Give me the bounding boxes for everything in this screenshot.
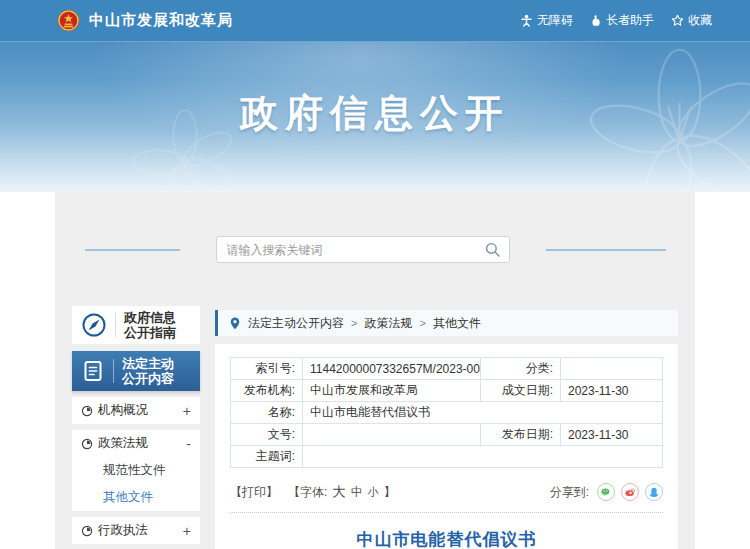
breadcrumb-item[interactable]: 法定主动公开内容 bbox=[248, 315, 344, 332]
expand-toggle[interactable]: + bbox=[183, 404, 191, 418]
font-size-control: 【字体: 大 中 小 】 bbox=[288, 483, 396, 501]
menu-subitem-normative-documents[interactable]: 规范性文件 bbox=[72, 457, 200, 484]
divider bbox=[115, 313, 116, 337]
font-size-medium-button[interactable]: 中 bbox=[351, 484, 363, 501]
sidebar-item-guide[interactable]: 政府信息 公开指南 bbox=[72, 306, 200, 344]
document-detail-card: 索引号: 11442000007332657M/2023-00662 分类: 发… bbox=[215, 344, 678, 549]
publisher-value: 中山市发展和改革局 bbox=[303, 380, 481, 402]
write-date-label: 成文日期: bbox=[481, 380, 561, 402]
name-label: 名称: bbox=[231, 402, 303, 424]
article-title: 中山市电能替代倡议书 bbox=[230, 528, 663, 549]
elder-hand-icon bbox=[590, 14, 602, 27]
write-date-value: 2023-11-30 bbox=[561, 380, 663, 402]
font-label: 【字体: bbox=[288, 484, 327, 501]
category-value bbox=[561, 358, 663, 380]
index-value: 11442000007332657M/2023-00662 bbox=[303, 358, 481, 380]
font-label-close: 】 bbox=[384, 484, 396, 501]
active-section-line1: 法定主动 bbox=[122, 356, 174, 371]
menu-subitem-other-documents[interactable]: 其他文件 bbox=[72, 484, 200, 511]
breadcrumb-separator: > bbox=[419, 317, 425, 329]
menu-label: 机构概况 bbox=[98, 402, 148, 419]
breadcrumb-item[interactable]: 政策法规 bbox=[364, 315, 412, 332]
dotted-divider bbox=[230, 512, 663, 513]
divider bbox=[113, 359, 114, 383]
keywords-label: 主题词: bbox=[231, 446, 303, 468]
sidebar: 政府信息 公开指南 法定主动 公开内容 bbox=[72, 306, 200, 549]
breadcrumb: 法定主动公开内容 > 政策法规 > 其他文件 bbox=[215, 310, 678, 336]
share-label: 分享到: bbox=[550, 484, 589, 501]
document-icon bbox=[81, 359, 105, 383]
share-wechat-button[interactable] bbox=[597, 483, 615, 501]
banner-title: 政府信息公开 bbox=[0, 88, 750, 139]
sidebar-menu-enforcement: 行政执法 + bbox=[72, 517, 200, 544]
location-pin-icon bbox=[229, 316, 241, 330]
decorative-line-right bbox=[546, 249, 666, 251]
menu-item-enforcement[interactable]: 行政执法 + bbox=[72, 517, 200, 544]
site-title: 中山市发展和改革局 bbox=[89, 11, 233, 30]
banner: 政府信息公开 bbox=[0, 42, 750, 192]
menu-bullet-icon bbox=[81, 438, 93, 450]
guide-line1: 政府信息 bbox=[124, 310, 176, 325]
menu-bullet-icon bbox=[81, 525, 93, 537]
share-qq-button[interactable] bbox=[645, 483, 663, 501]
star-icon bbox=[671, 14, 684, 27]
menu-label: 行政执法 bbox=[98, 522, 148, 539]
menu-item-policies[interactable]: 政策法规 - bbox=[72, 430, 200, 457]
article-toolbar: 【打印】 【字体: 大 中 小 】 分享到: bbox=[230, 483, 663, 501]
search-button[interactable] bbox=[477, 237, 509, 262]
main-content: 法定主动公开内容 > 政策法规 > 其他文件 索引号: 114420000073… bbox=[215, 306, 678, 549]
name-value: 中山市电能替代倡议书 bbox=[303, 402, 663, 424]
table-row: 主题词: bbox=[231, 446, 663, 468]
guide-line2: 公开指南 bbox=[124, 325, 176, 340]
search-input[interactable] bbox=[217, 237, 477, 262]
menu-bullet-icon bbox=[81, 405, 93, 417]
font-size-small-button[interactable]: 小 bbox=[368, 485, 379, 500]
weibo-icon bbox=[624, 486, 636, 498]
top-bar: 中山市发展和改革局 无障碍 长者助手 bbox=[0, 0, 750, 42]
publisher-label: 发布机构: bbox=[231, 380, 303, 402]
keywords-value bbox=[303, 446, 663, 468]
table-row: 发布机构: 中山市发展和改革局 成文日期: 2023-11-30 bbox=[231, 380, 663, 402]
elder-helper-link[interactable]: 长者助手 bbox=[590, 12, 654, 29]
menu-label: 政策法规 bbox=[98, 435, 148, 452]
search-box bbox=[216, 236, 510, 263]
share-weibo-button[interactable] bbox=[621, 483, 639, 501]
table-row: 索引号: 11442000007332657M/2023-00662 分类: bbox=[231, 358, 663, 380]
expand-toggle[interactable]: + bbox=[183, 524, 191, 538]
page-area: 政府信息 公开指南 法定主动 公开内容 bbox=[55, 192, 695, 549]
print-button[interactable]: 【打印】 bbox=[230, 484, 278, 501]
sidebar-menu-policies: 政策法规 - 规范性文件 其他文件 bbox=[72, 430, 200, 511]
index-label: 索引号: bbox=[231, 358, 303, 380]
decorative-line-left bbox=[85, 249, 180, 251]
collapse-toggle[interactable]: - bbox=[186, 437, 191, 451]
pub-date-label: 发布日期: bbox=[481, 424, 561, 446]
sidebar-item-statutory-disclosure[interactable]: 法定主动 公开内容 bbox=[72, 351, 200, 391]
menu-item-org-overview[interactable]: 机构概况 + bbox=[72, 397, 200, 424]
sidebar-menu-org-overview: 机构概况 + bbox=[72, 397, 200, 424]
accessibility-icon bbox=[520, 14, 533, 27]
qq-icon bbox=[648, 486, 660, 498]
document-meta-table: 索引号: 11442000007332657M/2023-00662 分类: 发… bbox=[230, 357, 663, 468]
table-row: 文号: 发布日期: 2023-11-30 bbox=[231, 424, 663, 446]
pub-date-value: 2023-11-30 bbox=[561, 424, 663, 446]
breadcrumb-item-current: 其他文件 bbox=[433, 315, 481, 332]
font-size-large-button[interactable]: 大 bbox=[332, 483, 346, 501]
breadcrumb-separator: > bbox=[351, 317, 357, 329]
header-links: 无障碍 长者助手 收藏 bbox=[520, 12, 712, 29]
share-bar: 分享到: bbox=[550, 483, 663, 501]
accessibility-link[interactable]: 无障碍 bbox=[520, 12, 573, 29]
doc-no-value bbox=[303, 424, 481, 446]
search-row bbox=[55, 236, 695, 263]
category-label: 分类: bbox=[481, 358, 561, 380]
wechat-icon bbox=[600, 486, 612, 498]
compass-icon bbox=[81, 312, 107, 338]
doc-no-label: 文号: bbox=[231, 424, 303, 446]
favorite-link[interactable]: 收藏 bbox=[671, 12, 712, 29]
search-icon bbox=[485, 242, 500, 257]
active-section-line2: 公开内容 bbox=[122, 371, 174, 386]
table-row: 名称: 中山市电能替代倡议书 bbox=[231, 402, 663, 424]
national-emblem-logo bbox=[57, 8, 80, 33]
